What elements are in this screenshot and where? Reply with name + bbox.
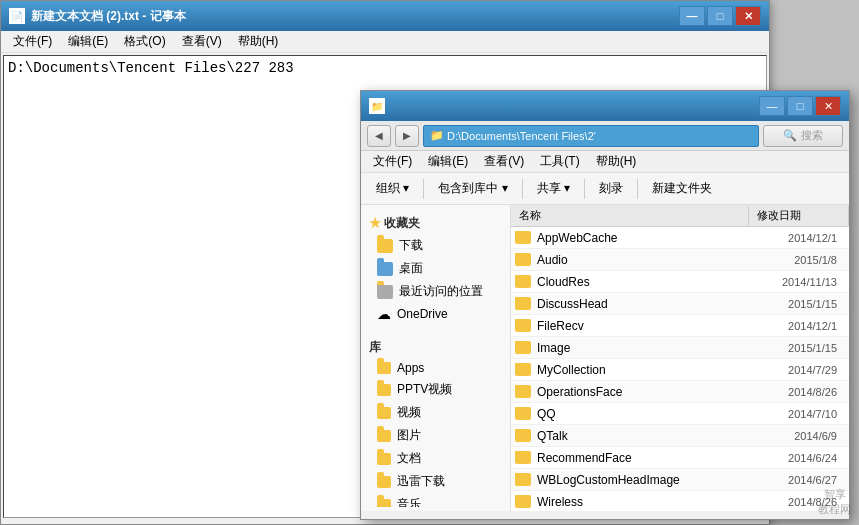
sidebar-item-documents[interactable]: 文档 (361, 447, 510, 470)
explorer-menu-edit[interactable]: 编辑(E) (420, 151, 476, 172)
file-date-label: 2015/1/15 (745, 298, 845, 310)
notepad-minimize-button[interactable]: — (679, 6, 705, 26)
notepad-app-icon: 📄 (9, 8, 25, 24)
file-folder-icon (515, 363, 531, 376)
sidebar-scroll-content: ★ 收藏夹 下载 桌面 最近访问的位置 ☁ OneDrive (361, 209, 510, 507)
notepad-menu-file[interactable]: 文件(F) (5, 31, 60, 52)
file-date-label: 2014/6/9 (745, 430, 845, 442)
thunder-folder-icon (377, 476, 391, 488)
sidebar-item-desktop[interactable]: 桌面 (361, 257, 510, 280)
explorer-menu-file[interactable]: 文件(F) (365, 151, 420, 172)
pptv-folder-icon (377, 384, 391, 396)
file-row[interactable]: QQ2014/7/10 (511, 403, 849, 425)
explorer-close-button[interactable]: ✕ (815, 96, 841, 116)
notepad-close-button[interactable]: ✕ (735, 6, 761, 26)
sidebar-item-thunder[interactable]: 迅雷下载 (361, 470, 510, 493)
file-row-name: Wireless (515, 495, 745, 509)
file-row-name: Image (515, 341, 745, 355)
toolbar-separator-2 (522, 179, 523, 199)
file-row-name: QTalk (515, 429, 745, 443)
toolbar-include-in-library[interactable]: 包含到库中 ▾ (429, 176, 516, 201)
star-icon: ★ (369, 216, 381, 230)
file-list-header: 名称 修改日期 (511, 205, 849, 227)
file-row[interactable]: OperationsFace2014/8/26 (511, 381, 849, 403)
explorer-menu-tools[interactable]: 工具(T) (532, 151, 587, 172)
notepad-menu-edit[interactable]: 编辑(E) (60, 31, 116, 52)
notepad-menu-help[interactable]: 帮助(H) (230, 31, 287, 52)
sidebar-item-recent[interactable]: 最近访问的位置 (361, 280, 510, 303)
notepad-menubar: 文件(F) 编辑(E) 格式(O) 查看(V) 帮助(H) (1, 31, 769, 53)
explorer-maximize-button[interactable]: □ (787, 96, 813, 116)
file-date-label: 2015/1/15 (745, 342, 845, 354)
file-row-name: DiscussHead (515, 297, 745, 311)
toolbar-organize[interactable]: 组织 ▾ (367, 176, 418, 201)
file-row[interactable]: RecommendFace2014/6/24 (511, 447, 849, 469)
toolbar-separator-4 (637, 179, 638, 199)
address-bar[interactable]: 📁 D:\Documents\Tencent Files\2' (423, 125, 759, 147)
sidebar-item-downloads[interactable]: 下载 (361, 234, 510, 257)
file-date-label: 2014/8/26 (745, 386, 845, 398)
file-row[interactable]: FileRecv2014/12/1 (511, 315, 849, 337)
file-row[interactable]: CloudRes2014/11/13 (511, 271, 849, 293)
file-folder-icon (515, 407, 531, 420)
file-name-label: QTalk (537, 429, 568, 443)
file-name-label: AppWebCache (537, 231, 618, 245)
file-row[interactable]: Wireless2014/8/26 (511, 491, 849, 511)
sidebar-item-apps[interactable]: Apps (361, 358, 510, 378)
explorer-window-controls: — □ ✕ (759, 96, 841, 116)
file-row[interactable]: QTalk2014/6/9 (511, 425, 849, 447)
toolbar-new-folder[interactable]: 新建文件夹 (643, 176, 721, 201)
watermark-line2: 教程网 (818, 502, 851, 517)
address-bar-text: D:\Documents\Tencent Files\2' (447, 130, 596, 142)
notepad-titlebar: 📄 新建文本文档 (2).txt - 记事本 — □ ✕ (1, 1, 769, 31)
file-row-name: RecommendFace (515, 451, 745, 465)
sidebar-item-onedrive[interactable]: ☁ OneDrive (361, 303, 510, 325)
onedrive-icon: ☁ (377, 306, 391, 322)
file-date-label: 2014/7/10 (745, 408, 845, 420)
notepad-text: D:\Documents\Tencent Files\227 283 (8, 60, 294, 76)
file-date-label: 2014/12/1 (745, 320, 845, 332)
file-row[interactable]: WBLogCustomHeadImage2014/6/27 (511, 469, 849, 491)
explorer-minimize-button[interactable]: — (759, 96, 785, 116)
file-date-label: 2014/12/1 (745, 232, 845, 244)
desktop-folder-icon (377, 262, 393, 276)
toolbar-share[interactable]: 共享 ▾ (528, 176, 579, 201)
sidebar-item-video[interactable]: 视频 (361, 401, 510, 424)
file-folder-icon (515, 341, 531, 354)
file-row[interactable]: AppWebCache2014/12/1 (511, 227, 849, 249)
notepad-maximize-button[interactable]: □ (707, 6, 733, 26)
file-name-label: FileRecv (537, 319, 584, 333)
sidebar-item-pictures[interactable]: 图片 (361, 424, 510, 447)
sidebar-item-pptv[interactable]: PPTV视频 (361, 378, 510, 401)
explorer-titlebar: 📁 — □ ✕ (361, 91, 849, 121)
explorer-window: 📁 — □ ✕ ◀ ▶ 📁 D:\Documents\Tencent Files… (360, 90, 850, 520)
apps-folder-icon (377, 362, 391, 374)
notepad-title: 新建文本文档 (2).txt - 记事本 (31, 8, 679, 25)
file-name-label: MyCollection (537, 363, 606, 377)
forward-button[interactable]: ▶ (395, 125, 419, 147)
toolbar-burn[interactable]: 刻录 (590, 176, 632, 201)
file-date-label: 2015/1/8 (745, 254, 845, 266)
file-date-label: 2014/7/29 (745, 364, 845, 376)
address-bar-icon: 📁 (430, 129, 444, 142)
file-row[interactable]: DiscussHead2015/1/15 (511, 293, 849, 315)
file-row[interactable]: Audio2015/1/8 (511, 249, 849, 271)
notepad-menu-format[interactable]: 格式(O) (116, 31, 173, 52)
toolbar-separator-1 (423, 179, 424, 199)
file-row[interactable]: Image2015/1/15 (511, 337, 849, 359)
explorer-menu-help[interactable]: 帮助(H) (588, 151, 645, 172)
sidebar-item-music[interactable]: 音乐 (361, 493, 510, 507)
file-list: AppWebCache2014/12/1Audio2015/1/8CloudRe… (511, 227, 849, 511)
file-row[interactable]: MyCollection2014/7/29 (511, 359, 849, 381)
watermark-line1: 智享 (818, 487, 851, 502)
back-button[interactable]: ◀ (367, 125, 391, 147)
file-folder-icon (515, 473, 531, 486)
file-name-label: QQ (537, 407, 556, 421)
notepad-menu-view[interactable]: 查看(V) (174, 31, 230, 52)
search-box[interactable]: 🔍 搜索 (763, 125, 843, 147)
file-row-name: OperationsFace (515, 385, 745, 399)
column-name[interactable]: 名称 (511, 206, 749, 225)
video-folder-icon (377, 407, 391, 419)
column-date[interactable]: 修改日期 (749, 206, 849, 225)
explorer-menu-view[interactable]: 查看(V) (476, 151, 532, 172)
